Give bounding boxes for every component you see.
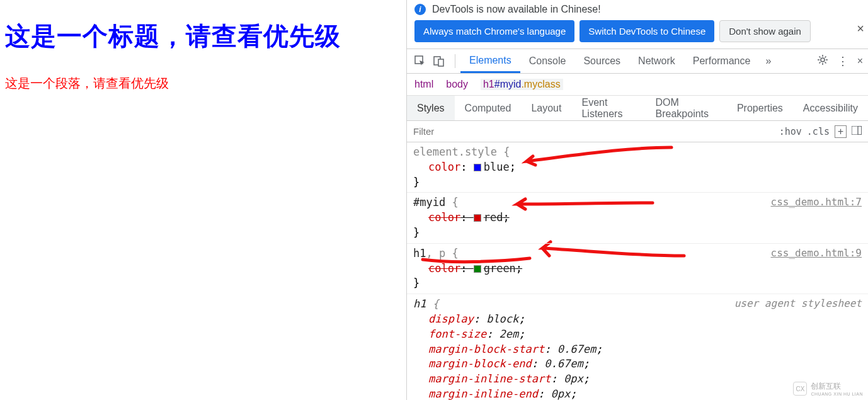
svg-rect-2 [438, 59, 443, 66]
banner-message: DevTools is now available in Chinese! [432, 4, 601, 15]
styles-filter-row: :hov .cls + [407, 121, 868, 142]
tab-performance[interactable]: Performance [684, 49, 760, 73]
new-rule-icon[interactable]: + [835, 125, 847, 138]
styles-filter-input[interactable] [407, 121, 779, 142]
css-rule[interactable]: element.style {color: blue;} [407, 142, 868, 193]
subtab-event-listeners[interactable]: Event Listeners [571, 96, 645, 120]
device-toggle-icon[interactable] [431, 53, 447, 69]
rendered-page: 这是一个标题，请查看优先级 这是一个段落，请查看优先级 [0, 0, 406, 400]
kebab-menu-icon[interactable]: ⋮ [837, 54, 848, 68]
svg-rect-4 [852, 126, 862, 135]
close-icon[interactable]: × [857, 21, 864, 36]
css-rule[interactable]: css_demo.html:9h1, p {color: green;} [407, 244, 868, 294]
computed-sidebar-icon[interactable] [852, 126, 862, 137]
styles-subtabs: StylesComputedLayoutEvent ListenersDOM B… [407, 96, 868, 121]
styles-body: element.style {color: blue;}css_demo.htm… [407, 142, 868, 400]
dom-breadcrumb: html body h1#myid.myclass [407, 74, 868, 96]
watermark-logo-icon: CX [793, 382, 807, 396]
dont-show-again-button[interactable]: Don't show again [719, 20, 811, 42]
source-link[interactable]: user agent stylesheet [734, 297, 862, 311]
crumb-html[interactable]: html [414, 79, 433, 90]
crumb-h1[interactable]: h1#myid.myclass [481, 79, 563, 90]
more-tabs-icon[interactable]: » [759, 55, 777, 67]
svg-point-3 [821, 58, 825, 62]
match-language-button[interactable]: Always match Chrome's language [414, 20, 574, 42]
subtab-computed[interactable]: Computed [455, 96, 522, 120]
subtab-properties[interactable]: Properties [727, 96, 793, 120]
subtab-dom-breakpoints[interactable]: DOM Breakpoints [646, 96, 727, 120]
tab-network[interactable]: Network [629, 49, 684, 73]
tab-elements[interactable]: Elements [460, 49, 520, 73]
subtab-styles[interactable]: Styles [407, 96, 455, 120]
page-paragraph: 这是一个段落，请查看优先级 [5, 75, 401, 92]
tab-console[interactable]: Console [520, 49, 575, 73]
source-link[interactable]: css_demo.html:7 [771, 195, 862, 209]
language-banner: i DevTools is now available in Chinese! … [407, 0, 868, 49]
source-link[interactable]: css_demo.html:9 [771, 246, 862, 260]
page-heading: 这是一个标题，请查看优先级 [5, 19, 401, 54]
cls-toggle[interactable]: .cls [807, 126, 830, 137]
switch-devtools-button[interactable]: Switch DevTools to Chinese [580, 20, 714, 42]
settings-gear-icon[interactable] [817, 54, 828, 68]
inspect-icon[interactable] [412, 53, 428, 69]
main-toolbar: ElementsConsoleSourcesNetworkPerformance… [407, 49, 868, 74]
devtools-panel: i DevTools is now available in Chinese! … [406, 0, 868, 400]
close-devtools-icon[interactable]: × [857, 55, 863, 67]
tab-sources[interactable]: Sources [574, 49, 629, 73]
info-icon: i [414, 4, 426, 15]
css-rule[interactable]: css_demo.html:7#myid {color: red;} [407, 193, 868, 243]
watermark: CX 创新互联 CHUANG XIN HU LIAN [793, 381, 863, 396]
hov-toggle[interactable]: :hov [779, 126, 802, 137]
subtab-accessibility[interactable]: Accessibility [793, 96, 868, 120]
subtab-layout[interactable]: Layout [521, 96, 571, 120]
toolbar-divider [455, 54, 455, 68]
crumb-body[interactable]: body [446, 79, 468, 90]
svg-rect-5 [858, 126, 862, 135]
